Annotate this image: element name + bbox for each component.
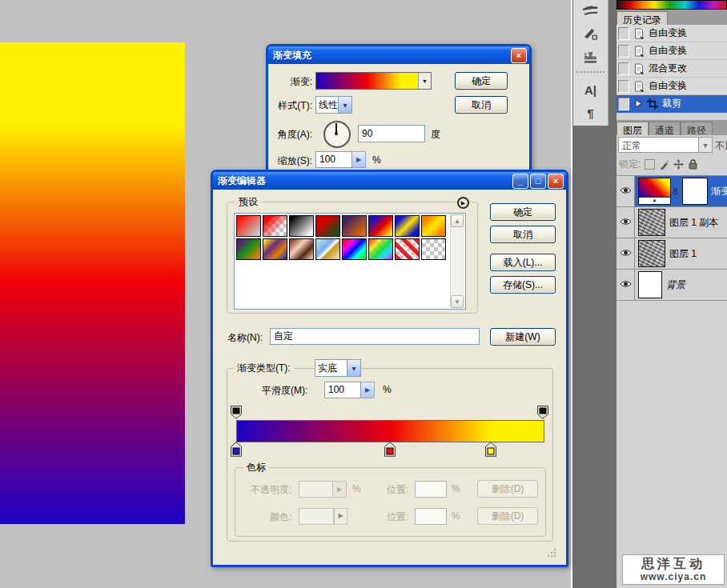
layer-row[interactable]: 图层 1 副本 <box>617 207 727 238</box>
history-source-checkbox[interactable] <box>618 27 629 40</box>
layer-name[interactable]: 图层 1 <box>669 247 697 261</box>
presets-menu-button[interactable]: ▶ <box>457 197 469 209</box>
preset-swatch-2[interactable] <box>263 215 287 237</box>
preset-swatch-1[interactable] <box>236 215 261 237</box>
location-input <box>415 481 447 498</box>
scroll-up-button[interactable]: ▲ <box>451 214 464 227</box>
preset-swatch-9[interactable] <box>236 238 261 260</box>
tab-通道[interactable]: 通道 <box>649 122 681 135</box>
history-source-checkbox[interactable] <box>618 45 629 58</box>
brushes-palette-button[interactable] <box>573 0 608 23</box>
preset-swatch-14[interactable] <box>368 238 393 260</box>
layer-visibility-toggle[interactable] <box>617 270 635 300</box>
load-button[interactable]: 载入(L)... <box>490 254 556 271</box>
preset-swatch-13[interactable] <box>342 238 367 260</box>
gradient-dropdown-button[interactable]: ▼ <box>418 73 431 89</box>
preset-swatch-16[interactable] <box>421 238 446 260</box>
tool-presets-palette-button[interactable] <box>573 23 608 46</box>
layer-row[interactable]: 图层 1 <box>617 238 727 270</box>
new-button[interactable]: 新建(W) <box>490 328 556 346</box>
history-item[interactable]: 裁剪 <box>617 95 727 113</box>
clone-stamp-icon <box>583 50 598 66</box>
name-input[interactable] <box>270 328 480 345</box>
preset-swatch-7[interactable] <box>395 215 420 237</box>
maximize-button[interactable]: □ <box>530 174 546 189</box>
layer-visibility-toggle[interactable] <box>617 238 635 269</box>
spinner-arrow-icon[interactable]: ▶ <box>352 151 366 168</box>
blend-mode-select[interactable]: 正常 ▾ <box>618 137 713 153</box>
history-item[interactable]: 自由变换 <box>617 42 727 60</box>
spinner-arrow-icon[interactable]: ▶ <box>361 382 375 398</box>
layer-thumbnail[interactable] <box>638 240 665 267</box>
save-button[interactable]: 存储(S)... <box>490 276 556 294</box>
lock-position-icon[interactable] <box>673 159 684 170</box>
tab-路径[interactable]: 路径 <box>681 122 713 135</box>
history-source-checkbox[interactable] <box>618 62 629 75</box>
resize-grip[interactable] <box>546 547 556 558</box>
angle-input[interactable] <box>358 125 425 142</box>
opacity-stop[interactable] <box>537 406 548 422</box>
color-stop[interactable] <box>231 442 242 459</box>
close-button[interactable]: × <box>548 174 564 189</box>
scroll-down-button[interactable]: ▼ <box>451 295 464 308</box>
tab-history[interactable]: 历史记录 <box>617 11 668 25</box>
layer-visibility-toggle[interactable] <box>617 176 635 206</box>
layer-thumbnail[interactable] <box>638 271 662 298</box>
tab-图层[interactable]: 图层 <box>617 122 649 135</box>
color-stop[interactable] <box>384 442 396 459</box>
preset-swatch-5[interactable] <box>342 215 367 237</box>
gradient-layer-thumbnail[interactable]: ▲ <box>638 178 671 205</box>
angle-dial[interactable] <box>323 121 351 148</box>
opacity-stop[interactable] <box>231 406 242 422</box>
lock-paint-icon[interactable] <box>659 159 669 170</box>
color-spectrum-ramp[interactable] <box>617 0 727 10</box>
layer-thumbnail[interactable] <box>638 209 665 236</box>
preset-swatch-4[interactable] <box>315 215 340 237</box>
lock-all-icon[interactable] <box>688 159 698 170</box>
color-stop[interactable] <box>485 442 496 459</box>
preset-swatch-11[interactable] <box>289 238 314 260</box>
history-item[interactable]: 自由变换 <box>617 78 727 95</box>
location-label: 位置: <box>387 483 408 497</box>
cancel-button[interactable]: 取消 <box>490 226 556 243</box>
character-palette-button[interactable]: A| <box>573 78 608 102</box>
ok-button[interactable]: 确定 <box>455 72 508 90</box>
preset-swatch-6[interactable] <box>368 215 393 237</box>
presets-scrollbar[interactable]: ▲ ▼ <box>450 214 464 308</box>
paragraph-palette-button[interactable]: ¶ <box>573 102 608 125</box>
history-item[interactable]: 混合更改 <box>617 60 727 78</box>
preset-swatch-10[interactable] <box>263 238 287 260</box>
history-source-checkbox[interactable] <box>618 98 629 110</box>
preset-swatch-15[interactable] <box>395 238 420 260</box>
gradient-preview[interactable]: ▼ <box>315 72 432 90</box>
style-select[interactable]: 线性 ▾ <box>315 96 352 114</box>
gradient-preview-swatch[interactable] <box>316 73 418 89</box>
layer-name[interactable]: 图层 1 副本 <box>669 216 718 230</box>
gradient-bar[interactable] <box>236 420 544 442</box>
combo-arrow-icon[interactable]: ▾ <box>338 97 351 113</box>
gradient-type-select[interactable]: 实底 ▾ <box>315 359 361 377</box>
minimize-button[interactable]: _ <box>512 174 528 189</box>
layer-name[interactable]: 背景 <box>666 278 685 292</box>
preset-swatch-8[interactable] <box>421 215 446 237</box>
layer-visibility-toggle[interactable] <box>617 207 635 238</box>
history-source-checkbox[interactable] <box>618 80 629 93</box>
combo-arrow-icon[interactable]: ▾ <box>347 360 360 376</box>
layer-name[interactable]: 渐变填充 <box>711 185 727 198</box>
preset-swatch-3[interactable] <box>289 215 314 237</box>
ok-button[interactable]: 确定 <box>490 203 556 221</box>
gradient-fill-titlebar[interactable]: 渐变填充 × <box>268 46 529 64</box>
smoothness-spinner[interactable]: 100 ▶ <box>324 382 375 398</box>
history-item[interactable]: 自由变换 <box>617 25 727 42</box>
close-button[interactable]: × <box>511 48 527 63</box>
combo-arrow-icon[interactable]: ▾ <box>698 138 712 152</box>
cancel-button[interactable]: 取消 <box>455 96 508 114</box>
preset-swatch-12[interactable] <box>315 238 340 260</box>
layer-mask-thumbnail[interactable] <box>682 178 708 205</box>
layer-row[interactable]: 背景 <box>617 270 727 301</box>
layer-row[interactable]: ▲8渐变填充 <box>617 176 727 207</box>
scale-spinner[interactable]: 100 ▶ <box>315 151 366 168</box>
lock-transparency-icon[interactable] <box>645 159 655 170</box>
clone-source-palette-button[interactable] <box>573 46 608 70</box>
gradient-editor-titlebar[interactable]: 渐变编辑器 _ □ × <box>213 172 566 190</box>
